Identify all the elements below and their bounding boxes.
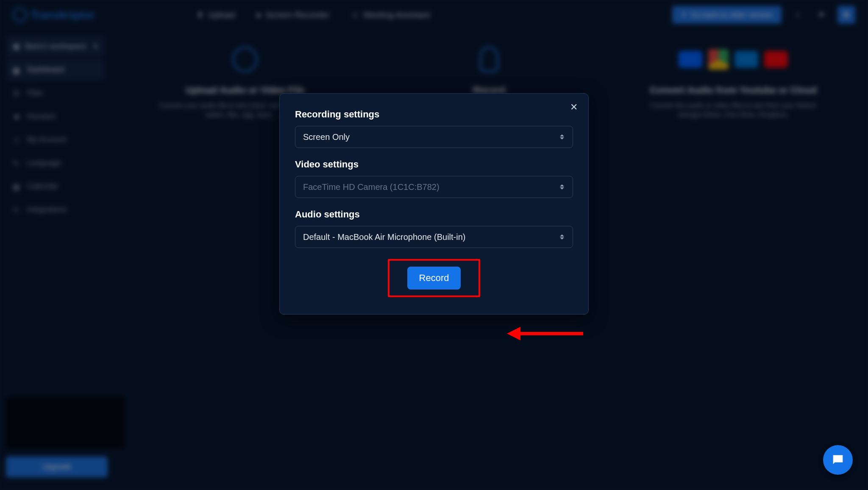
- video-settings-label: Video settings: [295, 159, 573, 170]
- annotation-highlight-box: Record: [388, 259, 481, 297]
- record-button[interactable]: Record: [407, 267, 461, 290]
- record-button-label: Record: [419, 273, 449, 283]
- video-device-value: FaceTime HD Camera (1C1C:B782): [303, 182, 440, 192]
- recording-mode-select[interactable]: Screen Only: [295, 126, 573, 148]
- recording-settings-modal: ✕ Recording settings Screen Only Video s…: [279, 93, 589, 315]
- chat-fab[interactable]: [823, 445, 853, 475]
- modal-overlay: ✕ Recording settings Screen Only Video s…: [0, 0, 868, 490]
- audio-device-select[interactable]: Default - MacBook Air Microphone (Built-…: [295, 226, 573, 248]
- updown-caret-icon: [560, 234, 566, 240]
- audio-settings-label: Audio settings: [295, 209, 573, 220]
- updown-caret-icon: [560, 134, 566, 140]
- audio-device-value: Default - MacBook Air Microphone (Built-…: [303, 232, 465, 242]
- updown-caret-icon: [560, 184, 566, 190]
- recording-mode-value: Screen Only: [303, 132, 350, 142]
- recording-settings-label: Recording settings: [295, 109, 573, 120]
- close-icon: ✕: [570, 102, 578, 113]
- chat-icon: [831, 453, 845, 467]
- video-device-select[interactable]: FaceTime HD Camera (1C1C:B782): [295, 176, 573, 198]
- close-button[interactable]: ✕: [568, 101, 580, 113]
